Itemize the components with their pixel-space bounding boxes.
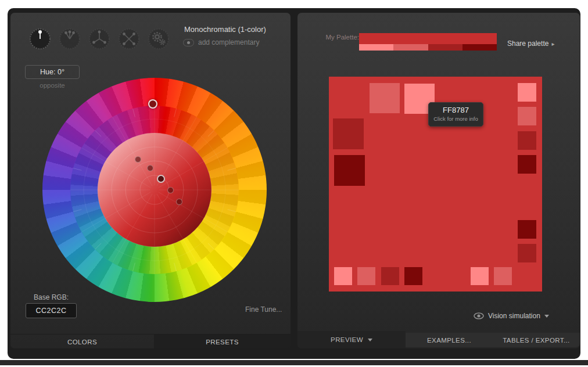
preview-swatch-dark[interactable]	[518, 131, 536, 150]
tab-presets[interactable]: PRESETS	[154, 334, 291, 348]
my-palette-strip[interactable]	[359, 33, 497, 51]
color-tooltip: FF8787 Click for more info	[428, 102, 483, 127]
right-panel: My Palette: Share palette▸ FF8787 Click …	[297, 13, 580, 348]
bottom-band	[0, 360, 588, 365]
preview-swatch-light[interactable]	[334, 267, 352, 285]
color-wheel[interactable]	[42, 78, 267, 302]
palette-variant-dark[interactable]	[428, 44, 462, 51]
scheme-triad-icon[interactable]	[88, 28, 110, 50]
scheme-monochromatic-icon[interactable]	[29, 28, 51, 50]
shade-marker-selected[interactable]	[157, 175, 165, 183]
fine-tune-link[interactable]: Fine Tune...	[245, 305, 282, 314]
tab-tables-export[interactable]: TABLES / EXPORT...	[493, 333, 580, 347]
palette-base-color	[359, 33, 497, 44]
share-palette-link[interactable]: Share palette▸	[507, 39, 554, 48]
hue-button[interactable]: Hue: 0°	[25, 65, 80, 79]
tooltip-hex-value: FF8787	[429, 106, 483, 114]
vision-simulation-control[interactable]: Vision simulation	[474, 312, 549, 320]
tab-colors[interactable]: COLORS	[10, 334, 154, 348]
preview-swatch-light[interactable]	[518, 83, 536, 102]
preview-swatch-darkest[interactable]	[518, 220, 536, 239]
base-rgb-label: Base RGB:	[34, 293, 69, 301]
preview-swatch-dark[interactable]	[518, 244, 536, 262]
share-palette-label: Share palette	[507, 39, 548, 48]
chevron-down-icon	[544, 315, 549, 318]
preview-swatch-darkest[interactable]	[518, 155, 536, 174]
shade-marker[interactable]	[167, 187, 174, 193]
scheme-freestyle-icon[interactable]	[148, 28, 170, 50]
scheme-adjacent-icon[interactable]	[59, 28, 81, 50]
hue-marker[interactable]	[148, 99, 157, 109]
scheme-title: Monochromatic (1-color)	[184, 25, 266, 34]
tab-examples[interactable]: EXAMPLES...	[406, 333, 493, 347]
palette-variant-medium[interactable]	[393, 44, 428, 51]
palette-variants	[359, 44, 497, 51]
share-palette-arrow-icon: ▸	[551, 41, 554, 47]
tab-preview-label: PREVIEW	[331, 336, 363, 343]
my-palette-label: My Palette:	[309, 34, 359, 41]
preview-swatch-dark[interactable]	[333, 118, 364, 149]
preview-swatch-medium[interactable]	[370, 83, 400, 113]
shade-marker[interactable]	[135, 156, 141, 163]
base-rgb-input[interactable]	[26, 303, 77, 318]
vision-simulation-label: Vision simulation	[488, 312, 540, 320]
add-complementary-toggle[interactable]	[183, 39, 194, 46]
right-tabbar: EXAMPLES... TABLES / EXPORT...	[406, 333, 580, 347]
eye-icon	[474, 312, 484, 319]
palette-variant-light[interactable]	[359, 44, 393, 51]
scheme-type-selector	[29, 28, 170, 50]
tab-preview[interactable]: PREVIEW	[297, 331, 406, 348]
palette-variant-darkest[interactable]	[462, 44, 497, 51]
left-tabbar: COLORS PRESETS	[10, 334, 291, 348]
preview-swatch-darkest[interactable]	[404, 267, 422, 285]
preview-area: FF8787 Click for more info	[329, 77, 542, 292]
preview-swatch-dark[interactable]	[381, 267, 399, 285]
left-panel: Monochromatic (1-color) add complementar…	[10, 13, 291, 348]
scheme-tetrad-icon[interactable]	[118, 28, 140, 50]
wheel-grid	[42, 78, 267, 302]
app-window: Monochromatic (1-color) add complementar…	[8, 8, 580, 359]
page: Monochromatic (1-color) add complementar…	[0, 0, 588, 367]
preview-swatch-light[interactable]	[471, 267, 489, 285]
shade-marker[interactable]	[147, 165, 153, 171]
preview-swatch-darkest[interactable]	[334, 155, 365, 186]
chevron-down-icon	[368, 339, 372, 341]
tooltip-hint: Click for more info	[429, 116, 483, 122]
shade-marker[interactable]	[176, 199, 182, 205]
add-complementary-row: add complementary	[183, 38, 259, 46]
preview-swatch-medium[interactable]	[357, 267, 375, 285]
add-complementary-label: add complementary	[198, 38, 259, 46]
preview-swatch-medium[interactable]	[518, 107, 536, 125]
preview-swatch-medium[interactable]	[494, 267, 512, 285]
